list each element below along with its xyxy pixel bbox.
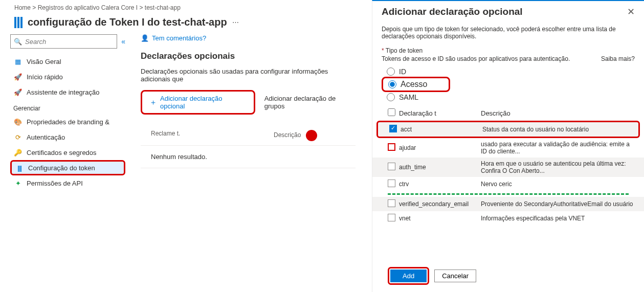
close-icon[interactable]: ✕ bbox=[627, 6, 635, 17]
checkbox-vnet[interactable] bbox=[388, 214, 395, 221]
checkbox-ctrv[interactable] bbox=[388, 179, 395, 187]
sidebar-item-token-config[interactable]: ||| Configuração do token bbox=[10, 160, 125, 175]
page-title: configuração de Token I do test-chat-app bbox=[28, 16, 227, 28]
claims-panel-table: Declaração t Descrição acct Status da co… bbox=[372, 106, 644, 226]
feedback-link[interactable]: 👤 Tem comentários? bbox=[141, 34, 356, 42]
claim-desc: Nervo ceric bbox=[481, 181, 635, 188]
radio-access[interactable]: Acesso bbox=[388, 79, 436, 90]
radio-access-input[interactable] bbox=[388, 80, 396, 88]
more-menu-icon[interactable]: ⋯ bbox=[232, 18, 239, 26]
claim-row-verified-email[interactable]: verified_secondary_email Proveniente do … bbox=[372, 197, 644, 211]
claim-row-authtime[interactable]: auth_time Hora em que o usuário se auten… bbox=[372, 158, 644, 177]
claim-desc: Informações especificadas pela VNET bbox=[481, 215, 635, 222]
collapse-sidebar-icon[interactable]: « bbox=[121, 37, 125, 46]
add-optional-claim-button[interactable]: ＋ Adicionar declaração opcional bbox=[141, 90, 255, 115]
sidebar-item-secrets[interactable]: 🔑 Certificados e segredos bbox=[10, 145, 125, 160]
select-all-checkbox[interactable] bbox=[388, 108, 395, 116]
sidebar-item-quickstart[interactable]: 🚀 Início rápido bbox=[10, 69, 125, 84]
radio-id-label: ID bbox=[399, 68, 406, 76]
search-icon: 🔍 bbox=[14, 38, 22, 46]
claim-name: acct bbox=[401, 126, 482, 133]
sidebar-item-api[interactable]: ✦ Permissões de API bbox=[10, 175, 125, 191]
secrets-icon: 🔑 bbox=[13, 149, 23, 156]
panel-th-desc: Descrição bbox=[481, 109, 635, 117]
add-button[interactable]: Add bbox=[390, 269, 427, 282]
checkbox-acct[interactable] bbox=[389, 125, 397, 132]
radio-id-input[interactable] bbox=[387, 68, 395, 76]
claim-row-ajudar[interactable]: ajudar usado para executar a validação d… bbox=[372, 138, 644, 158]
learn-more-link[interactable]: Saiba mais? bbox=[601, 55, 635, 62]
sidebar-item-branding[interactable]: 🎨 Propriedades de branding & bbox=[10, 114, 125, 129]
claim-name: ctrv bbox=[399, 181, 481, 188]
token-type-subinfo: Tokens de acesso e ID são usados por apl… bbox=[382, 55, 570, 62]
sidebar-search[interactable]: 🔍 bbox=[10, 34, 117, 49]
highlight-dot bbox=[306, 130, 317, 141]
claim-name: vnet bbox=[399, 215, 481, 222]
feedback-label: Tem comentários? bbox=[152, 34, 206, 42]
sidebar-item-label: Permissões de API bbox=[27, 179, 83, 187]
sidebar-item-label: Certificados e segredos bbox=[27, 149, 97, 156]
sidebar-item-label: Autenticação bbox=[27, 133, 65, 141]
panel-title: Adicionar declaração opcional bbox=[382, 6, 523, 17]
sidebar-item-label: Visão Geral bbox=[27, 58, 61, 65]
auth-icon: ⟳ bbox=[13, 133, 23, 141]
sidebar-item-overview[interactable]: ▦ Visão Geral bbox=[10, 54, 125, 69]
main-content: 👤 Tem comentários? Declarações opcionais… bbox=[130, 34, 366, 191]
claim-desc: Hora em que o usuário se autenticou pela… bbox=[481, 160, 635, 174]
add-claim-label: Adicionar declaração opcional bbox=[160, 95, 247, 110]
claim-row-vnet[interactable]: vnet Informações especificadas pela VNET bbox=[372, 211, 644, 226]
add-button-highlight: Add bbox=[388, 267, 429, 285]
overview-icon: ▦ bbox=[13, 58, 23, 65]
claim-row-ctrv[interactable]: ctrv Nervo ceric bbox=[372, 177, 644, 191]
panel-th-claim: Declaração t bbox=[399, 109, 481, 117]
checkbox-authtime[interactable] bbox=[388, 163, 395, 170]
radio-saml-label: SAML bbox=[399, 93, 418, 101]
claim-desc: usado para executar a validação de audiê… bbox=[481, 141, 635, 155]
breadcrumb-last[interactable]: test-chat-app bbox=[145, 4, 181, 11]
search-input[interactable] bbox=[25, 38, 114, 46]
checkbox-ajudar[interactable] bbox=[388, 143, 395, 151]
sidebar-item-auth[interactable]: ⟳ Autenticação bbox=[10, 129, 125, 145]
no-results-row: Nenhum resultado. bbox=[141, 146, 356, 168]
claim-row-acct[interactable]: acct Status da conta do usuário no locat… bbox=[376, 121, 640, 138]
claim-name: verified_secondary_email bbox=[399, 200, 481, 208]
sidebar-group-manage: Gerenciar bbox=[10, 100, 125, 114]
radio-id[interactable]: ID bbox=[372, 66, 644, 77]
th-claim: Reclame t. bbox=[151, 130, 274, 141]
sidebar-item-label: Configuração do token bbox=[28, 164, 95, 172]
sidebar-item-label: Início rápido bbox=[27, 73, 63, 81]
branding-icon: 🎨 bbox=[13, 118, 23, 126]
claim-desc: Proveniente do SecondaryAuthoritativeEma… bbox=[481, 200, 635, 208]
breadcrumb-mid[interactable]: Registros do aplicativo Calera Core I > bbox=[38, 4, 143, 11]
breadcrumb-home[interactable]: Home > bbox=[14, 4, 36, 11]
add-optional-claim-panel: Adicionar declaração opcional ✕ Depois q… bbox=[372, 0, 644, 292]
token-config-icon: ||| bbox=[15, 164, 24, 172]
sidebar-item-label: Propriedades de branding & bbox=[27, 118, 109, 126]
sidebar-item-label: Assistente de integração bbox=[27, 88, 99, 96]
checkbox-verified-email[interactable] bbox=[388, 199, 395, 207]
sidebar-item-integration[interactable]: 🚀 Assistente de integração bbox=[10, 84, 125, 100]
claim-desc: Status da conta do usuário no locatário bbox=[482, 126, 633, 133]
app-icon bbox=[14, 17, 23, 28]
panel-info: Depois que um tipo de token for selecion… bbox=[372, 20, 644, 47]
sidebar: 🔍 « ▦ Visão Geral 🚀 Início rápido 🚀 Assi… bbox=[0, 34, 130, 191]
section-description: Declarações opcionais são usadas para co… bbox=[141, 68, 356, 83]
api-icon: ✦ bbox=[13, 179, 23, 187]
integration-icon: 🚀 bbox=[13, 88, 23, 96]
plus-icon: ＋ bbox=[149, 98, 157, 107]
add-groups-claim-button[interactable]: Adicionar declaração de grupos bbox=[264, 95, 356, 110]
radio-saml[interactable]: SAML bbox=[372, 92, 644, 102]
token-type-label: * Tipo de token bbox=[372, 47, 644, 54]
claims-table-header: Reclame t. Descrição bbox=[141, 130, 356, 146]
list-break-indicator bbox=[388, 193, 629, 195]
section-heading: Declarações opcionais bbox=[141, 51, 356, 61]
claim-name: ajudar bbox=[399, 144, 481, 151]
claim-name: auth_time bbox=[399, 164, 481, 171]
quickstart-icon: 🚀 bbox=[13, 73, 23, 81]
radio-access-label: Acesso bbox=[401, 80, 427, 89]
feedback-icon: 👤 bbox=[141, 34, 149, 42]
th-desc: Descrição bbox=[274, 130, 345, 141]
radio-saml-input[interactable] bbox=[387, 93, 395, 101]
cancel-button[interactable]: Cancelar bbox=[434, 269, 476, 282]
